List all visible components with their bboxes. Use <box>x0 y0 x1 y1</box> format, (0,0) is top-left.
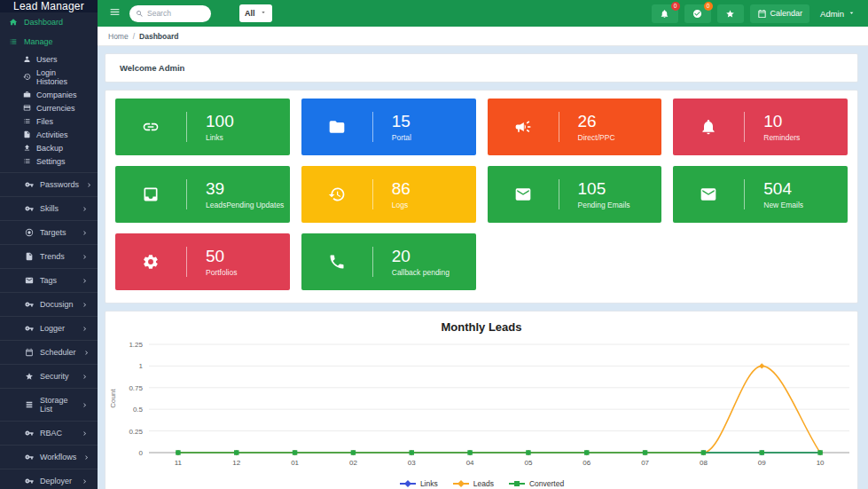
sidebar-item-label: Scheduler <box>40 348 76 357</box>
stat-card-portfolios[interactable]: 50Portfolios <box>115 233 290 290</box>
stat-card-reminders[interactable]: 10Reminders <box>673 99 848 155</box>
sidebar-item-settings[interactable]: Settings <box>0 154 98 168</box>
sidebar-item-backup[interactable]: Backup <box>0 141 98 154</box>
sidebar-item-users[interactable]: Users <box>0 52 98 66</box>
megaphone-icon <box>488 118 559 136</box>
sidebar-nav: DashboardManageUsersLogin HistoriesCompa… <box>0 12 98 489</box>
user-icon <box>23 55 31 63</box>
svg-text:04: 04 <box>466 459 474 467</box>
calendar-icon <box>25 348 34 357</box>
sidebar-item-label: Tags <box>40 276 74 285</box>
sidebar-item-activities[interactable]: Activities <box>0 128 98 141</box>
legend-marker-diamond <box>452 479 470 488</box>
sidebar-item-workflows[interactable]: Workflows <box>0 446 98 469</box>
stat-label: LeadsPending Updates <box>206 201 284 209</box>
svg-text:Count: Count <box>109 389 117 408</box>
history-icon <box>23 73 31 81</box>
calendar-icon <box>757 9 767 19</box>
sidebar-item-label: Companies <box>36 91 77 99</box>
sidebar-item-login-histories[interactable]: Login Histories <box>0 66 98 88</box>
stat-card-direct-ppc[interactable]: 26Direct/PPC <box>488 99 662 155</box>
search-input[interactable] <box>147 9 205 18</box>
link-icon <box>115 118 186 136</box>
stat-label: Pending Emails <box>578 201 630 209</box>
svg-text:1: 1 <box>139 362 144 370</box>
sidebar-item-skills[interactable]: Skills <box>0 197 98 220</box>
stat-card-links[interactable]: 100Links <box>115 99 290 155</box>
breadcrumb-home-link[interactable]: Home <box>108 32 129 41</box>
sidebar-item-currencies[interactable]: Currencies <box>0 101 98 114</box>
sidebar-item-trends[interactable]: Trends <box>0 245 98 268</box>
topbar: All 00Calendar Admin <box>98 0 868 27</box>
sidebar-item-storage-list[interactable]: Storage List <box>0 389 98 421</box>
sidebar-item-tags[interactable]: Tags <box>0 269 98 292</box>
legend-item-links[interactable]: Links <box>399 479 438 488</box>
sidebar-item-companies[interactable]: Companies <box>0 88 98 101</box>
stat-card-new-emails[interactable]: 504New Emails <box>673 166 848 223</box>
sidebar-item-dashboard[interactable]: Dashboard <box>0 12 98 32</box>
sidebar-item-security[interactable]: Security <box>0 365 98 388</box>
sidebar-item-label: Docusign <box>40 300 74 309</box>
sidebar-item-deployer[interactable]: Deployer <box>0 469 98 489</box>
admin-menu-button[interactable]: Admin <box>817 9 859 19</box>
svg-text:0.75: 0.75 <box>129 384 143 392</box>
legend-item-leads[interactable]: Leads <box>452 479 494 488</box>
search-icon <box>136 5 144 21</box>
sidebar-item-label: Storage List <box>40 396 74 414</box>
menu-icon <box>109 7 121 20</box>
stat-card-logs[interactable]: 86Logs <box>301 166 476 223</box>
sidebar-item-docusign[interactable]: Docusign <box>0 293 98 316</box>
legend-marker-diamond <box>399 479 417 488</box>
stat-value: 10 <box>763 113 800 130</box>
legend-item-converted[interactable]: Converted <box>508 479 564 488</box>
calendar-button[interactable]: Calendar <box>750 4 810 23</box>
chevron-right-icon <box>81 401 89 409</box>
stat-value: 86 <box>392 180 411 198</box>
sidebar-item-targets[interactable]: Targets <box>0 221 98 244</box>
chevron-right-icon <box>81 205 89 213</box>
caret-down-icon <box>848 9 856 19</box>
sidebar-item-passwords[interactable]: Passwords <box>0 173 98 196</box>
sidebar-item-label: Login Histories <box>36 68 89 86</box>
mail-icon <box>673 185 744 203</box>
welcome-banner: Welcome Admin <box>105 53 858 83</box>
favorites-button[interactable] <box>717 4 744 23</box>
stat-card-pending-emails[interactable]: 105Pending Emails <box>488 166 662 223</box>
sidebar-item-label: Passwords <box>40 180 79 189</box>
stat-label: New Emails <box>763 201 803 209</box>
svg-text:03: 03 <box>408 459 416 467</box>
star-icon <box>725 9 735 19</box>
svg-text:11: 11 <box>175 459 183 467</box>
svg-text:02: 02 <box>349 459 357 467</box>
calendar-button-label: Calendar <box>770 9 803 18</box>
mail-icon <box>25 276 34 285</box>
notifications-badge: 0 <box>671 2 680 11</box>
chevron-right-icon <box>81 253 89 261</box>
stat-card-portal[interactable]: 15Portal <box>301 99 476 155</box>
tasks-button[interactable]: 0 <box>684 4 711 23</box>
chevron-right-icon <box>82 349 90 357</box>
sidebar-item-label: Deployer <box>40 477 74 485</box>
chevron-right-icon <box>81 373 89 381</box>
svg-text:05: 05 <box>524 459 532 467</box>
key-icon <box>25 300 34 309</box>
filter-select[interactable]: All <box>239 4 272 22</box>
sidebar-item-manage[interactable]: Manage <box>0 32 98 51</box>
sidebar-toggle-button[interactable] <box>106 5 122 21</box>
stat-value: 105 <box>578 180 630 198</box>
notifications-button[interactable]: 0 <box>652 4 678 23</box>
sidebar-item-logger[interactable]: Logger <box>0 317 98 340</box>
monthly-leads-chart: 00.250.50.7511.2511120102030405060708091… <box>106 337 857 477</box>
key-icon <box>25 204 34 213</box>
sidebar-item-scheduler[interactable]: Scheduler <box>0 341 98 364</box>
list-icon <box>9 37 18 46</box>
sidebar-item-rbac[interactable]: RBAC <box>0 422 98 445</box>
stat-value: 100 <box>206 113 234 130</box>
sidebar-item-files[interactable]: Files <box>0 114 98 128</box>
chevron-right-icon <box>81 430 89 438</box>
stat-card-leadspending-updates[interactable]: 39LeadsPending Updates <box>115 166 290 223</box>
chevron-right-icon <box>82 454 90 461</box>
sidebar-item-label: Security <box>40 372 74 381</box>
stat-card-callback-pending[interactable]: 20Callback pending <box>301 233 476 290</box>
sidebar-item-label: Workflows <box>40 453 76 461</box>
